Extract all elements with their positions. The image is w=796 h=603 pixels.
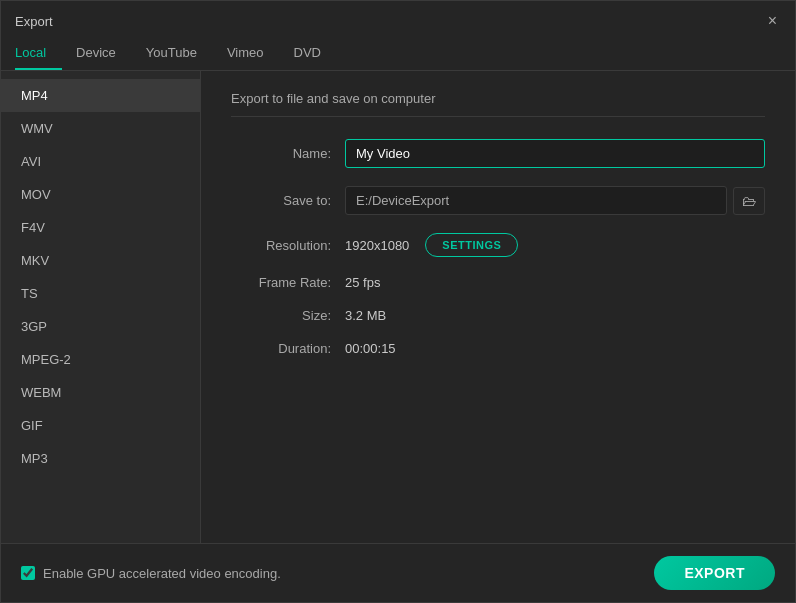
sidebar-item-mp4[interactable]: MP4	[1, 79, 200, 112]
browse-folder-button[interactable]: 🗁	[733, 187, 765, 215]
sidebar-item-mp3[interactable]: MP3	[1, 442, 200, 475]
duration-control: 00:00:15	[345, 341, 765, 356]
folder-icon: 🗁	[742, 193, 756, 209]
resolution-label: Resolution:	[231, 238, 331, 253]
name-input[interactable]	[345, 139, 765, 168]
sidebar-item-wmv[interactable]: WMV	[1, 112, 200, 145]
gpu-checkbox[interactable]	[21, 566, 35, 580]
size-control: 3.2 MB	[345, 308, 765, 323]
resolution-value: 1920x1080	[345, 238, 409, 253]
tabs-bar: Local Device YouTube Vimeo DVD	[1, 37, 795, 71]
tab-local[interactable]: Local	[15, 37, 62, 70]
bottom-bar: Enable GPU accelerated video encoding. E…	[1, 543, 795, 602]
title-bar: Export ×	[1, 1, 795, 37]
size-row: Size: 3.2 MB	[231, 308, 765, 323]
size-label: Size:	[231, 308, 331, 323]
save-to-path: E:/DeviceExport	[345, 186, 727, 215]
name-row: Name:	[231, 139, 765, 168]
sidebar-item-ts[interactable]: TS	[1, 277, 200, 310]
tab-dvd[interactable]: DVD	[290, 37, 337, 70]
gpu-label-text: Enable GPU accelerated video encoding.	[43, 566, 281, 581]
panel-title: Export to file and save on computer	[231, 91, 765, 117]
export-window: Export × Local Device YouTube Vimeo DVD …	[0, 0, 796, 603]
duration-row: Duration: 00:00:15	[231, 341, 765, 356]
tab-device[interactable]: Device	[72, 37, 132, 70]
size-value: 3.2 MB	[345, 308, 386, 323]
save-to-label: Save to:	[231, 193, 331, 208]
resolution-control: 1920x1080 SETTINGS	[345, 233, 765, 257]
sidebar-item-webm[interactable]: WEBM	[1, 376, 200, 409]
sidebar-item-f4v[interactable]: F4V	[1, 211, 200, 244]
sidebar-item-mkv[interactable]: MKV	[1, 244, 200, 277]
frame-rate-value: 25 fps	[345, 275, 380, 290]
content-area: MP4 WMV AVI MOV F4V MKV TS 3GP	[1, 71, 795, 543]
gpu-label[interactable]: Enable GPU accelerated video encoding.	[21, 566, 281, 581]
export-button[interactable]: EXPORT	[654, 556, 775, 590]
frame-rate-control: 25 fps	[345, 275, 765, 290]
window-title: Export	[15, 14, 53, 29]
sidebar-item-3gp[interactable]: 3GP	[1, 310, 200, 343]
frame-rate-row: Frame Rate: 25 fps	[231, 275, 765, 290]
name-control	[345, 139, 765, 168]
name-label: Name:	[231, 146, 331, 161]
format-sidebar: MP4 WMV AVI MOV F4V MKV TS 3GP	[1, 71, 201, 543]
main-panel: Export to file and save on computer Name…	[201, 71, 795, 543]
duration-label: Duration:	[231, 341, 331, 356]
sidebar-item-gif[interactable]: GIF	[1, 409, 200, 442]
save-to-control: E:/DeviceExport 🗁	[345, 186, 765, 215]
resolution-row: Resolution: 1920x1080 SETTINGS	[231, 233, 765, 257]
tab-vimeo[interactable]: Vimeo	[223, 37, 280, 70]
frame-rate-label: Frame Rate:	[231, 275, 331, 290]
close-button[interactable]: ×	[764, 11, 781, 31]
save-to-row: Save to: E:/DeviceExport 🗁	[231, 186, 765, 215]
settings-button[interactable]: SETTINGS	[425, 233, 518, 257]
duration-value: 00:00:15	[345, 341, 396, 356]
sidebar-item-mpeg2[interactable]: MPEG-2	[1, 343, 200, 376]
sidebar-item-mov[interactable]: MOV	[1, 178, 200, 211]
tab-youtube[interactable]: YouTube	[142, 37, 213, 70]
sidebar-item-avi[interactable]: AVI	[1, 145, 200, 178]
